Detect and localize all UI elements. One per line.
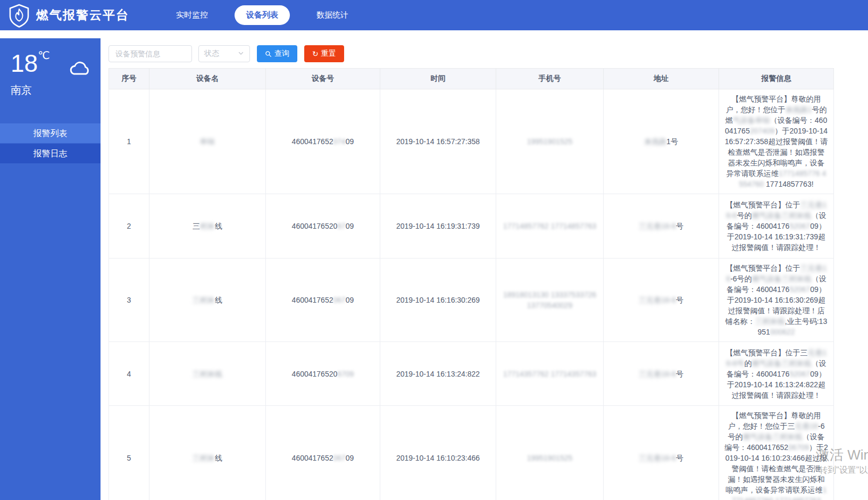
alarm-table: 序号设备名设备号时间手机号地址报警信息 1串味46004176520740920… (108, 68, 834, 500)
sidebar: 18 ℃ 南京 报警列表报警日志 (0, 38, 101, 500)
cell-text: 1号 (666, 137, 678, 146)
redacted-text: 三元巷16-6 (639, 222, 676, 230)
table-row: 1串味4600417652074092019-10-14 16:57:27:35… (109, 89, 834, 194)
cell-alarm-message: 【燃气预警平台】尊敬的用户，您好！您位于来燕路1号的燃气设备串味（设备编号：46… (719, 89, 834, 194)
cell-device-number: 460041765207409 (266, 89, 380, 194)
refresh-icon: ↻ (312, 50, 319, 57)
cell-address: 三元巷16-6号 (604, 342, 719, 406)
redacted-text: 17714857762 17714857763 (503, 222, 596, 230)
redacted-text: 19951901525 (527, 454, 573, 462)
cell-time: 2019-10-14 16:19:31:739 (380, 194, 496, 259)
column-header: 设备名 (149, 69, 266, 89)
column-header: 手机号 (496, 69, 604, 89)
cell-device-name: 三村米线 (149, 259, 266, 342)
cell-text: 号的 (737, 211, 752, 220)
redacted-text: 067 (333, 296, 345, 304)
cell-text: 4600417652 (292, 137, 333, 146)
shield-flame-logo-icon (7, 3, 31, 28)
redacted-text: 三村米 (193, 296, 215, 304)
cell-text: 号 (676, 222, 683, 230)
alarm-keyword-input[interactable] (108, 45, 192, 62)
sidebar-item-1[interactable]: 报警日志 (0, 144, 101, 163)
search-button-label: 查询 (274, 49, 289, 59)
redacted-text: 三元巷16-6 (639, 454, 676, 462)
redacted-text: 三元巷16-6 (639, 370, 676, 378)
redacted-text: 19951901525 (527, 137, 573, 146)
nav-item-0[interactable]: 实时监控 (164, 5, 220, 25)
redacted-text: 燃气设备三村米线 (752, 359, 812, 368)
cell-seq: 5 (109, 406, 149, 500)
cell-alarm-message: 【燃气预警平台】位于三元巷16-6号的燃气设备三村米线（设备编号：4600417… (719, 194, 834, 259)
cell-text: 三 (193, 222, 200, 230)
redacted-text: 06709 (788, 443, 809, 452)
cell-address: 三元巷16-6号 (604, 194, 719, 259)
cell-text: 的 (745, 359, 752, 368)
table-row: 5三村米线4600417652067092019-10-14 16:10:23:… (109, 406, 834, 500)
cell-text: 4600417652 (292, 454, 333, 462)
cell-device-name: 串味 (149, 89, 266, 194)
column-header: 时间 (380, 69, 496, 89)
chevron-down-icon (238, 49, 244, 59)
column-header: 地址 (604, 69, 719, 89)
cell-alarm-message: 【燃气预警平台】位于三元巷16-6号的燃气设备三村米线（设备编号：4600417… (719, 342, 834, 406)
cell-phone: 19951901525 (496, 406, 604, 500)
cell-text: 【燃气预警平台】位于 (726, 264, 800, 272)
redacted-text: 6709 (337, 370, 354, 378)
cell-text: -6号的 (730, 274, 752, 283)
nav-item-1[interactable]: 设备列表 (235, 5, 290, 25)
nav-item-2[interactable]: 数据统计 (305, 5, 360, 25)
cell-phone: 18918013130 13337533726 13770540029 (496, 259, 604, 342)
app-logo: 燃气报警云平台 (7, 3, 129, 28)
temperature-value: 18 (11, 51, 38, 76)
cell-time: 2019-10-14 16:10:23:466 (380, 406, 496, 500)
top-navbar: 燃气报警云平台 实时监控设备列表数据统计 (0, 0, 868, 30)
redacted-text: 来燕路1 (786, 105, 812, 114)
redacted-text: 067 (333, 454, 345, 462)
cell-text: 17714857763! (764, 180, 813, 188)
redacted-text: 气设备串味 (733, 116, 770, 124)
search-button[interactable]: 查询 (257, 45, 297, 62)
redacted-text: 52067 (789, 222, 810, 230)
redacted-text: 52067 (789, 285, 810, 294)
filter-bar: 状态 查询 ↻ 重置 (108, 45, 868, 62)
cell-device-number: 460041765206709 (266, 194, 380, 259)
cell-text: 线 (215, 222, 222, 230)
redacted-text: 串味 (200, 137, 215, 146)
cell-phone: 17714857762 17714857763 (496, 194, 604, 259)
table-row: 3三村米线4600417652067092019-10-14 16:16:30:… (109, 259, 834, 342)
city-name: 南京 (11, 83, 90, 97)
redacted-text: 燃气设备三村米线 (752, 211, 812, 220)
cell-device-name: 三村米线 (149, 406, 266, 500)
redacted-text: 三村米 (193, 454, 215, 462)
cell-address: 三元巷16-6号 (604, 259, 719, 342)
cell-time: 2019-10-14 16:57:27:358 (380, 89, 496, 194)
cell-time: 2019-10-14 16:16:30:269 (380, 259, 496, 342)
weather-widget: 18 ℃ 南京 (0, 38, 101, 111)
cell-text: 4600417652 (292, 296, 333, 304)
cell-time: 2019-10-14 16:13:24:822 (380, 342, 496, 406)
cell-address: 来燕路1号 (604, 89, 719, 194)
table-row: 4三村米线4600417652067092019-10-14 16:13:24:… (109, 342, 834, 406)
table-row: 2三村米线4600417652067092019-10-14 16:19:31:… (109, 194, 834, 259)
cell-alarm-message: 【燃气预警平台】尊敬的用户，您好！您位于三元巷16-6号的燃气设备三村米线（设备… (719, 406, 834, 500)
column-header: 设备号 (266, 69, 380, 89)
column-header: 报警信息 (719, 69, 834, 89)
cell-text: 09 (346, 296, 354, 304)
cell-text: 【燃气预警平台】位于 (726, 201, 800, 209)
app-title: 燃气报警云平台 (36, 7, 129, 23)
temperature-unit: ℃ (38, 50, 49, 61)
redacted-text: 52067 (789, 370, 810, 378)
cell-address: 三元巷16-6号 (604, 406, 719, 500)
sidebar-item-0[interactable]: 报警列表 (0, 123, 101, 143)
cell-device-number: 460041765206709 (266, 342, 380, 406)
status-select[interactable]: 状态 (198, 45, 250, 62)
cell-text: 09 (346, 137, 354, 146)
cell-text: 46004176520 (292, 370, 338, 378)
cell-text: 【燃气预警平台】位于三 (726, 348, 808, 357)
redacted-text: 燃气设备三村米线 (743, 432, 803, 441)
cell-device-name: 三村米线 (149, 342, 266, 406)
redacted-text: 村米 (200, 222, 215, 230)
redacted-text: 燃气设备三村米线 (752, 274, 812, 283)
redacted-text: 207409 (750, 127, 775, 135)
reset-button[interactable]: ↻ 重置 (304, 45, 344, 62)
